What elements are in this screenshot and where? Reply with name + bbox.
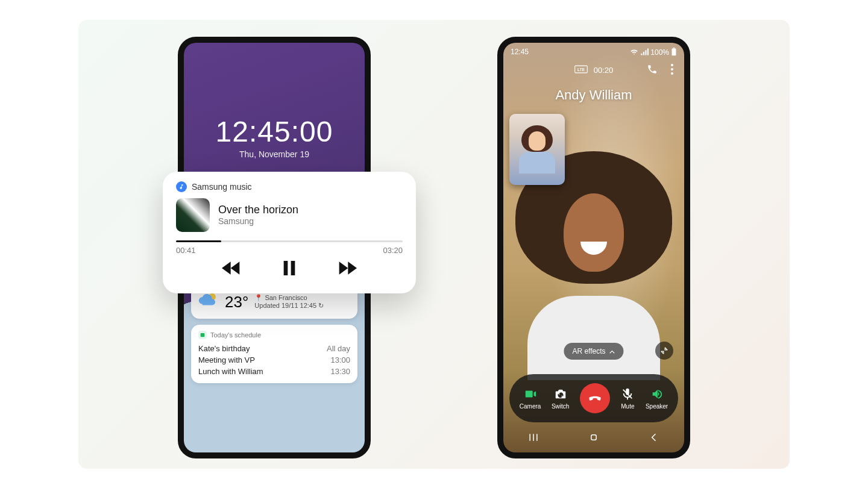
camera-button[interactable]: Camera (520, 387, 541, 410)
end-call-button[interactable] (580, 383, 610, 413)
next-track-button[interactable] (338, 258, 357, 280)
schedule-row: Kate's birthdayAll day (198, 343, 350, 354)
music-app-icon (176, 181, 187, 192)
pause-button[interactable] (280, 258, 299, 280)
voice-call-icon[interactable] (647, 64, 658, 77)
svg-text:LTE: LTE (577, 67, 585, 71)
nav-back-icon[interactable] (648, 431, 660, 446)
lockscreen-date: Thu, November 19 (239, 149, 309, 159)
call-duration: 00:20 (594, 66, 614, 75)
schedule-row: Lunch with William13:30 (198, 366, 350, 377)
svg-rect-9 (591, 434, 596, 439)
svg-rect-3 (672, 48, 676, 55)
location-pin-icon: 📍 (254, 294, 263, 301)
video-call-screen: 12:45 100% LTE 00:20 Andy William (503, 43, 684, 452)
lockscreen-clock: 12:45:00 (216, 115, 333, 148)
call-top-bar: LTE 00:20 (503, 65, 684, 75)
status-bar: 12:45 100% (503, 43, 684, 63)
status-clock: 12:45 (511, 48, 529, 58)
music-app-name: Samsung music (192, 182, 252, 192)
video-type-icon: LTE (574, 65, 588, 75)
signal-icon (640, 48, 649, 57)
album-art (176, 198, 210, 232)
music-duration: 03:20 (383, 246, 403, 255)
track-artist: Samsung (218, 216, 298, 226)
svg-point-6 (671, 64, 673, 66)
refresh-icon: ↻ (318, 302, 324, 309)
svg-rect-2 (673, 48, 675, 48)
schedule-card-title: Today's schedule (210, 331, 261, 339)
music-elapsed: 00:41 (176, 246, 196, 255)
weather-updated: Updated 19/11 12:45 (254, 302, 316, 309)
ar-effects-button[interactable]: AR effects (564, 343, 623, 360)
prev-track-button[interactable] (222, 258, 241, 280)
remote-video (533, 163, 654, 320)
svg-point-7 (671, 68, 673, 70)
music-progress-fill (176, 240, 221, 242)
track-title: Over the horizon (218, 204, 298, 216)
speaker-button[interactable]: Speaker (646, 387, 668, 410)
mute-button[interactable]: Mute (620, 387, 635, 410)
nav-recent-icon[interactable] (527, 431, 539, 446)
call-action-bar: Camera Switch Mute Speaker (509, 374, 678, 422)
nav-home-icon[interactable] (588, 431, 600, 446)
android-nav-bar (503, 430, 684, 448)
phone-video-call: 12:45 100% LTE 00:20 Andy William (497, 37, 690, 458)
ar-effects-label: AR effects (572, 347, 605, 355)
battery-icon (671, 48, 677, 58)
more-options-icon[interactable] (671, 64, 673, 77)
music-progress-bar[interactable] (176, 240, 403, 242)
weather-temp: 23° (225, 293, 248, 311)
schedule-card[interactable]: Today's schedule Kate's birthdayAll day … (191, 325, 357, 383)
self-view-avatar (519, 125, 555, 174)
svg-point-8 (671, 72, 673, 75)
wifi-icon (630, 48, 638, 57)
collapse-button[interactable] (655, 342, 673, 360)
calendar-app-icon (198, 331, 207, 339)
chevron-up-icon (609, 347, 615, 355)
caller-name: Andy William (503, 87, 684, 103)
svg-rect-1 (201, 333, 205, 337)
weather-city: San Francisco (265, 294, 307, 301)
self-view-pip[interactable] (509, 114, 565, 185)
schedule-row: Meeting with VP13:00 (198, 354, 350, 366)
music-widget[interactable]: Samsung music Over the horizon Samsung 0… (163, 172, 416, 293)
presentation-stage: 12:45:00 Thu, November 19 Weather (78, 20, 790, 469)
switch-camera-button[interactable]: Switch (552, 387, 569, 410)
battery-text: 100% (650, 48, 669, 57)
weather-condition-icon (198, 292, 219, 313)
